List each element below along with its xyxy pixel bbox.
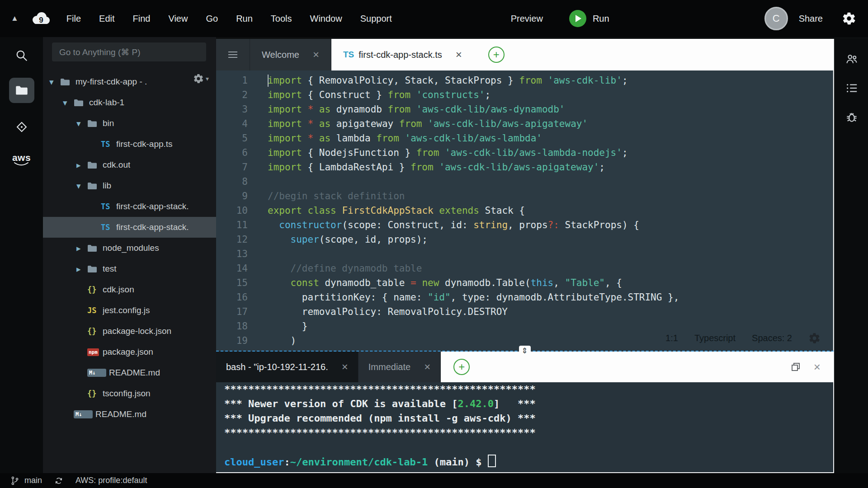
sync-icon[interactable] xyxy=(54,476,64,486)
new-tab-button[interactable]: + xyxy=(488,47,505,63)
code-line[interactable] xyxy=(268,174,833,189)
tab-size[interactable]: Spaces: 2 xyxy=(752,333,792,343)
menu-go[interactable]: Go xyxy=(206,14,218,24)
close-panel-icon[interactable]: × xyxy=(814,361,821,373)
share-button[interactable]: Share xyxy=(799,14,823,24)
code-line[interactable]: import * as dynamodb from 'aws-cdk-lib/a… xyxy=(268,102,833,117)
status-gear-icon[interactable] xyxy=(808,332,821,344)
line-number[interactable]: 16 xyxy=(216,290,261,305)
source-control-icon[interactable] xyxy=(15,120,28,134)
maximize-panel-icon[interactable] xyxy=(790,361,801,372)
line-number[interactable]: 15 xyxy=(216,276,261,290)
editor-tab-welcome[interactable]: Welcome× xyxy=(250,39,331,70)
run-button[interactable]: Run xyxy=(569,10,609,27)
close-icon[interactable]: × xyxy=(313,49,319,60)
close-icon[interactable]: × xyxy=(456,49,462,60)
chevron-icon[interactable]: ▸ xyxy=(76,264,87,274)
line-number[interactable]: 9 xyxy=(216,189,261,203)
line-number[interactable]: 1 xyxy=(216,73,261,88)
close-icon[interactable]: × xyxy=(424,361,430,372)
menu-tools[interactable]: Tools xyxy=(271,14,292,24)
avatar[interactable]: C xyxy=(764,7,788,30)
code-line[interactable]: partitionKey: { name: "id", type: dynamo… xyxy=(268,290,833,305)
outline-icon[interactable] xyxy=(845,81,859,97)
tree-item-lib[interactable]: ▾lib xyxy=(43,175,216,196)
tree-item-first-cdk-app-stack[interactable]: TSfirst-cdk-app-stack. xyxy=(43,196,216,217)
code-line[interactable]: super(scope, id, props); xyxy=(268,232,833,247)
tree-item-jest-config-js[interactable]: JSjest.config.js xyxy=(43,300,216,321)
tree-item-readme-md[interactable]: M↓README.md xyxy=(43,362,216,383)
git-branch-indicator[interactable]: main xyxy=(10,476,42,486)
line-number[interactable]: 5 xyxy=(216,131,261,145)
tree-item-bin[interactable]: ▾bin xyxy=(43,113,216,134)
menu-edit[interactable]: Edit xyxy=(99,14,114,24)
code-line[interactable]: import { Construct } from 'constructs'; xyxy=(268,88,833,102)
collaborate-icon[interactable] xyxy=(845,52,859,68)
terminal-prompt[interactable]: cloud_user:~/environment/cdk-lab-1 (main… xyxy=(224,455,833,469)
cursor-position[interactable]: 1:1 xyxy=(665,333,678,343)
chevron-icon[interactable]: ▾ xyxy=(76,181,87,191)
tree-item-tsconfig-json[interactable]: {}tsconfig.json xyxy=(43,383,216,404)
tab-list-menu-button[interactable] xyxy=(216,39,250,70)
chevron-icon[interactable]: ▸ xyxy=(76,160,87,170)
preferences-gear-icon[interactable] xyxy=(842,11,856,26)
code-line[interactable]: removalPolicy: RemovalPolicy.DESTROY xyxy=(268,305,833,319)
line-number[interactable]: 17 xyxy=(216,305,261,319)
code-line[interactable]: import { NodejsFunction } from 'aws-cdk-… xyxy=(268,145,833,160)
tree-item-package-lock-json[interactable]: {}package-lock.json xyxy=(43,321,216,342)
panel-resize-handle[interactable]: ⇕ xyxy=(519,346,531,356)
tree-item-test[interactable]: ▸test xyxy=(43,258,216,279)
line-number[interactable]: 7 xyxy=(216,160,261,174)
tree-item-package-json[interactable]: npmpackage.json xyxy=(43,342,216,362)
run-play-icon[interactable] xyxy=(569,10,586,27)
code-line[interactable] xyxy=(268,247,833,261)
console-tab-immediate[interactable]: Immediate× xyxy=(359,352,441,382)
goto-anything-input[interactable]: Go to Anything (⌘ P) xyxy=(52,42,206,61)
line-number[interactable]: 6 xyxy=(216,145,261,160)
menu-file[interactable]: File xyxy=(66,14,81,24)
aws-profile-indicator[interactable]: AWS: profile:default xyxy=(75,476,147,485)
code-line[interactable]: //define dynamodb table xyxy=(268,261,833,276)
tree-item-cdk-out[interactable]: ▸cdk.out xyxy=(43,155,216,175)
line-number[interactable]: 18 xyxy=(216,319,261,333)
tree-item-my-first-cdk-app[interactable]: ▾my-first-cdk-app - . xyxy=(43,71,216,92)
tree-item-cdk-json[interactable]: {}cdk.json xyxy=(43,279,216,300)
search-icon[interactable] xyxy=(15,49,28,62)
line-number[interactable]: 3 xyxy=(216,102,261,117)
tree-item-readme-md[interactable]: M↓README.md xyxy=(43,404,216,425)
tree-item-first-cdk-app-stack[interactable]: TSfirst-cdk-app-stack. xyxy=(43,217,216,238)
line-number[interactable]: 14 xyxy=(216,261,261,276)
debugger-icon[interactable] xyxy=(845,110,859,126)
tree-item-cdk-lab-1[interactable]: ▾cdk-lab-1 xyxy=(43,92,216,113)
line-number[interactable]: 4 xyxy=(216,117,261,131)
line-number[interactable]: 13 xyxy=(216,247,261,261)
code-line[interactable]: export class FirstCdkAppStack extends St… xyxy=(268,203,833,218)
menu-run[interactable]: Run xyxy=(236,14,253,24)
editor-tab-first-cdk-app-stack-ts[interactable]: TSfirst-cdk-app-stack.ts× xyxy=(331,39,474,70)
chevron-icon[interactable]: ▾ xyxy=(63,98,74,108)
line-number[interactable]: 11 xyxy=(216,218,261,232)
code-line[interactable]: import * as lambda from 'aws-cdk-lib/aws… xyxy=(268,131,833,145)
code-editor[interactable]: 12345678910111213141516171819 import { R… xyxy=(216,70,833,351)
menu-support[interactable]: Support xyxy=(360,14,392,24)
preview-button[interactable]: Preview xyxy=(511,14,543,24)
line-number[interactable]: 12 xyxy=(216,232,261,247)
code-line[interactable]: import { LambdaRestApi } from 'aws-cdk-l… xyxy=(268,160,833,174)
tree-item-node-modules[interactable]: ▸node_modules xyxy=(43,238,216,258)
close-icon[interactable]: × xyxy=(342,361,348,372)
code-line[interactable]: constructor(scope: Construct, id: string… xyxy=(268,218,833,232)
menu-find[interactable]: Find xyxy=(133,14,151,24)
menu-view[interactable]: View xyxy=(168,14,188,24)
code-line[interactable]: import * as apigateway from 'aws-cdk-lib… xyxy=(268,117,833,131)
aws-toolkit-icon[interactable]: aws xyxy=(12,154,31,166)
line-number[interactable]: 8 xyxy=(216,174,261,189)
code-line[interactable]: //begin stack definition xyxy=(268,189,833,203)
new-terminal-button[interactable]: + xyxy=(453,359,470,375)
code-line[interactable]: import { RemovalPolicy, Stack, StackProp… xyxy=(268,73,833,88)
tree-item-first-cdk-app-ts[interactable]: TSfirst-cdk-app.ts xyxy=(43,134,216,155)
collapse-menu-icon[interactable]: ▲ xyxy=(11,14,19,23)
menu-window[interactable]: Window xyxy=(310,14,342,24)
chevron-icon[interactable]: ▾ xyxy=(76,118,87,129)
tree-settings-gear-icon[interactable]: ▾ xyxy=(193,73,209,84)
code-line[interactable]: } xyxy=(268,319,833,333)
